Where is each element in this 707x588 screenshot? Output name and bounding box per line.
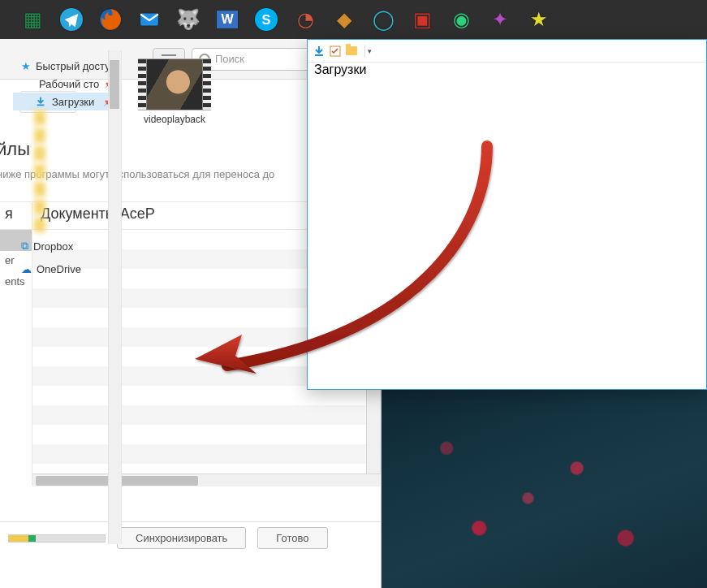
- taskbar-icon-skype[interactable]: S: [247, 0, 286, 39]
- sidebar-item-dropbox[interactable]: ⧉ Dropbox: [13, 237, 121, 255]
- scrollbar-thumb[interactable]: [110, 60, 119, 109]
- sidebar-label: OneDrive: [37, 263, 81, 275]
- taskbar-icon-word[interactable]: W: [208, 0, 247, 39]
- taskbar-icon-excel[interactable]: ▦: [13, 0, 52, 39]
- taskbar-icon-app6[interactable]: ✦: [481, 0, 519, 39]
- svg-text:S: S: [262, 12, 271, 27]
- sidebar-scrollbar[interactable]: [108, 50, 121, 544]
- sidebar-item-blurred[interactable]: [34, 200, 107, 214]
- sidebar-item-blurred[interactable]: [34, 182, 107, 197]
- file-pane[interactable]: videoplayback: [122, 50, 707, 544]
- downloads-icon: [34, 95, 47, 108]
- sidebar-item-blurred[interactable]: [34, 128, 107, 143]
- sidebar-item-desktop[interactable]: Рабочий сто 📌: [13, 75, 121, 93]
- file-name: videoplayback: [130, 114, 219, 125]
- taskbar: ▦ 🐺 W S ◔ ◆ ◯ ▣ ◉ ✦ ★: [0, 0, 707, 39]
- file-item-video[interactable]: videoplayback: [130, 58, 219, 125]
- sidebar-item-blurred[interactable]: [34, 164, 107, 179]
- sidebar-label: Рабочий сто: [39, 78, 99, 90]
- explorer-sidebar: ★ Быстрый доступ Рабочий сто 📌 Загрузки …: [0, 50, 122, 544]
- taskbar-icon-firefox[interactable]: [91, 0, 130, 39]
- star-icon: ★: [21, 60, 31, 72]
- svg-rect-8: [37, 105, 45, 106]
- taskbar-icon-app4[interactable]: ▣: [403, 0, 442, 39]
- taskbar-icon-mail[interactable]: [130, 0, 169, 39]
- taskbar-icon-app1[interactable]: ◔: [286, 0, 325, 39]
- sidebar-item-blurred[interactable]: [34, 110, 107, 125]
- sidebar-item-onedrive[interactable]: ☁ OneDrive: [13, 260, 121, 278]
- taskbar-icon-app3[interactable]: ◯: [364, 0, 403, 39]
- taskbar-icon-app7[interactable]: ★: [519, 0, 558, 39]
- onedrive-icon: ☁: [21, 263, 32, 275]
- sidebar-item-blurred[interactable]: [34, 218, 107, 232]
- sidebar-item-blurred[interactable]: [34, 146, 107, 161]
- taskbar-icon-app2[interactable]: ◆: [325, 0, 364, 39]
- sidebar-label: Быстрый доступ: [36, 60, 116, 72]
- taskbar-icon-app5[interactable]: ◉: [442, 0, 481, 39]
- sidebar-quick-access[interactable]: ★ Быстрый доступ: [13, 57, 121, 75]
- sidebar-item-downloads[interactable]: Загрузки 📌: [13, 93, 121, 110]
- sidebar-label: Dropbox: [33, 240, 73, 253]
- sidebar-label: Загрузки: [52, 96, 94, 108]
- taskbar-icon-telegram[interactable]: [52, 0, 91, 39]
- video-thumbnail: [138, 58, 211, 110]
- taskbar-icon-gimp[interactable]: 🐺: [169, 0, 208, 39]
- dropbox-icon: ⧉: [21, 240, 28, 253]
